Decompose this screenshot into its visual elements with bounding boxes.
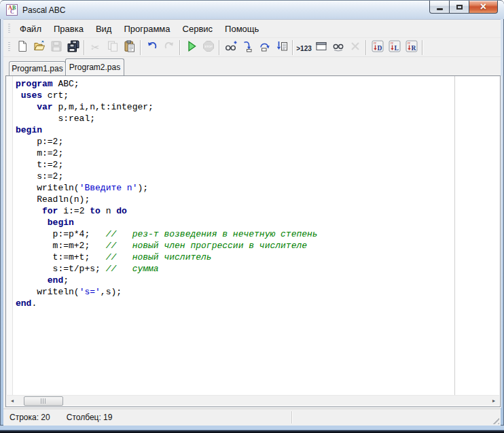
open-icon — [33, 40, 46, 55]
window-title: Pascal ABC — [22, 5, 65, 15]
code-area[interactable]: program ABC; uses crt; var p,m,i,n,t:int… — [13, 77, 499, 394]
copy-icon — [107, 40, 119, 55]
paste-button[interactable] — [121, 39, 138, 56]
code-line: uses crt; — [16, 90, 499, 101]
maximize-button[interactable] — [450, 1, 469, 14]
save-all-icon — [67, 40, 79, 55]
goto-cursor-icon — [276, 40, 288, 55]
window-frame-right — [501, 19, 504, 425]
tab-label: Program2.pas — [69, 63, 120, 72]
redo-button[interactable] — [160, 39, 177, 56]
scrollbar-thumb[interactable] — [24, 396, 63, 406]
code-line: Readln(n); — [16, 194, 499, 205]
debug-l-button[interactable]: FPL — [386, 39, 403, 56]
debug-page-icon: FPL — [389, 40, 401, 55]
new-file-icon — [16, 40, 29, 55]
menu-item[interactable]: Сервис — [177, 21, 219, 37]
title-bar: A B C Pascal ABC × — [0, 0, 504, 19]
pascal-abc-window: A B C Pascal ABC × ФайлПравкаВидПрограмм… — [0, 0, 504, 433]
close-x-icon — [349, 40, 361, 55]
status-text: Строка: 20 Столбец: 19 — [10, 413, 112, 422]
code-line: begin — [16, 124, 499, 136]
scroll-right-icon[interactable]: ▸ — [488, 396, 499, 406]
toolbar-separator — [422, 40, 423, 55]
close-icon: × — [480, 1, 486, 12]
step-over-button[interactable] — [256, 39, 273, 56]
run-icon — [185, 40, 198, 55]
goto-cursor-button[interactable] — [273, 39, 290, 56]
redo-icon — [163, 40, 175, 55]
debug-page-icon: FPD — [372, 40, 384, 55]
code-line: program ABC; — [16, 78, 499, 90]
stop-button[interactable]: STOP — [200, 39, 217, 56]
svg-text:FP: FP — [391, 42, 393, 45]
debug-d-button[interactable]: FPD — [369, 39, 386, 56]
add-watch-button[interactable] — [222, 39, 239, 56]
minimize-button[interactable] — [429, 1, 450, 14]
stop-icon: STOP — [202, 40, 215, 55]
status-column: Столбец: 19 — [67, 413, 113, 422]
menu-item[interactable]: Правка — [48, 21, 90, 37]
output-window-button[interactable] — [312, 39, 329, 56]
line-numbers-button[interactable]: >123 — [295, 39, 312, 56]
selection-margin — [6, 76, 13, 395]
abc-logo-icon: A B C — [6, 4, 18, 16]
code-line: m:=m+2; // новый член прогрессии в числи… — [16, 240, 499, 252]
open-file-button[interactable] — [31, 39, 48, 56]
code-line: t:=2; — [16, 159, 499, 171]
debug-page-icon: FPR — [406, 40, 418, 55]
close-button[interactable]: × — [469, 1, 498, 14]
code-line: s:=t/p+s; // сумма — [16, 263, 499, 275]
copy-button[interactable] — [104, 39, 121, 56]
maximize-icon — [456, 5, 463, 10]
run-button[interactable] — [183, 39, 200, 56]
menu-item[interactable]: Вид — [90, 21, 118, 37]
undo-icon — [146, 40, 158, 55]
paste-icon — [124, 40, 136, 55]
undo-button[interactable] — [143, 39, 160, 56]
step-into-icon — [242, 40, 254, 55]
code-line: writeln('s=',s); — [16, 286, 499, 298]
watch-icon — [332, 40, 344, 55]
resize-grip-icon[interactable] — [490, 415, 499, 424]
svg-text:FP: FP — [408, 42, 410, 45]
cut-button[interactable]: ✂ — [87, 39, 104, 56]
tab-label: Program1.pas — [12, 64, 62, 73]
code-line: end; — [16, 275, 499, 286]
status-bar: Строка: 20 Столбец: 19 — [3, 409, 501, 426]
save-all-button[interactable] — [65, 39, 82, 56]
add-watch-icon — [225, 40, 237, 55]
code-line: p:=p*4; // рез-т возведения в нечетную с… — [16, 228, 499, 240]
code-line: for i:=2 to n do — [16, 205, 499, 217]
window-controls: × — [429, 1, 498, 14]
tab-program2-pas[interactable]: Program2.pas — [65, 58, 124, 75]
code-line: end. — [16, 298, 499, 309]
debug-r-button[interactable]: FPR — [403, 39, 420, 56]
save-button[interactable] — [48, 39, 65, 56]
code-line: writeln('Введите n'); — [16, 182, 499, 194]
menu-item[interactable]: Помощь — [219, 21, 265, 37]
logo-letter-c: C — [10, 10, 14, 15]
minimize-icon — [437, 8, 443, 10]
menu-gripper-icon — [8, 24, 10, 34]
tab-program1-pas[interactable]: Program1.pas — [9, 61, 66, 75]
step-over-icon — [259, 40, 271, 55]
window-frame-bottom — [0, 425, 504, 433]
toolbar-separator — [219, 40, 220, 55]
step-into-button[interactable] — [239, 39, 256, 56]
menu-item[interactable]: Программа — [118, 21, 176, 37]
menu-item[interactable]: Файл — [14, 21, 48, 37]
horizontal-scrollbar[interactable]: ◂ ▸ — [7, 395, 499, 406]
line-numbers-icon: >123 — [296, 41, 312, 54]
svg-text:L: L — [394, 45, 398, 52]
cut-icon: ✂ — [91, 41, 100, 54]
save-icon — [50, 40, 62, 55]
code-line: m:=2; — [16, 148, 499, 159]
new-file-button[interactable] — [14, 39, 31, 56]
scroll-left-icon[interactable]: ◂ — [7, 396, 18, 406]
svg-text:STOP: STOP — [204, 44, 213, 48]
watch-window-button[interactable] — [329, 39, 346, 56]
status-line: Строка: 20 — [10, 413, 50, 422]
close-file-button[interactable] — [346, 39, 363, 56]
code-editor[interactable]: program ABC; uses crt; var p,m,i,n,t:int… — [5, 75, 501, 407]
